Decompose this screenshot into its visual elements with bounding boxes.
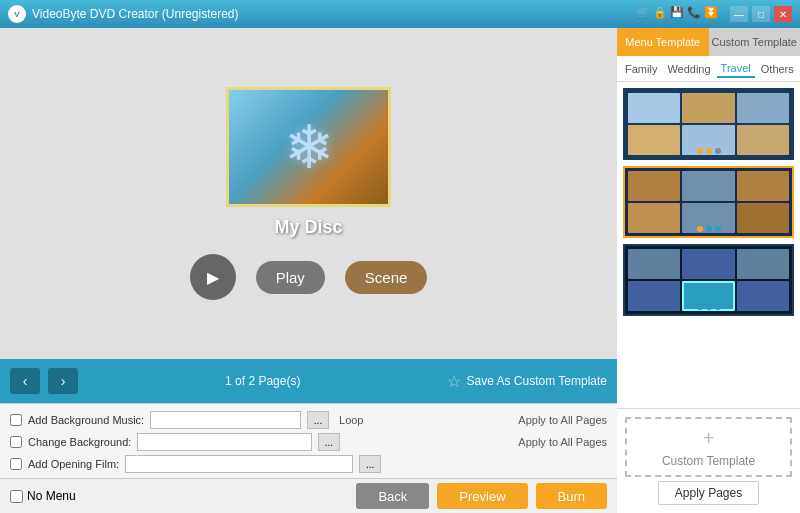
bg-music-label: Add Background Music: [28, 414, 144, 426]
apply-pages-button[interactable]: Apply Pages [658, 481, 759, 505]
dot3 [715, 148, 721, 154]
dot1 [697, 226, 703, 232]
custom-template-label: Custom Template [662, 454, 755, 468]
save-label: Save As Custom Template [466, 374, 607, 388]
custom-template-section: + Custom Template Apply Pages [617, 408, 800, 513]
left-panel: ❄ My Disc ▶ Play Scene ‹ › 1 of 2 Page(s… [0, 28, 617, 513]
template-item-2[interactable] [623, 166, 794, 238]
bg-change-checkbox[interactable] [10, 436, 22, 448]
no-menu-label: No Menu [27, 489, 76, 503]
next-page-button[interactable]: › [48, 368, 78, 394]
scene-button[interactable]: Scene [345, 261, 428, 294]
no-menu-checkbox[interactable] [10, 490, 23, 503]
tmpl2-dots [697, 226, 721, 232]
opening-film-input[interactable] [125, 455, 353, 473]
no-menu-container: No Menu [10, 489, 76, 503]
dot1 [697, 304, 703, 310]
custom-template-button[interactable]: + Custom Template [625, 417, 792, 477]
titlebar: V VideoByte DVD Creator (Unregistered) 🛒… [0, 0, 800, 28]
menu-template-tab[interactable]: Menu Template [617, 28, 709, 56]
bg-music-input[interactable] [150, 411, 301, 429]
dot2 [706, 226, 712, 232]
bg-music-checkbox[interactable] [10, 414, 22, 426]
opening-film-checkbox[interactable] [10, 458, 22, 470]
tmpl2-cell4 [628, 203, 680, 233]
back-button[interactable]: Back [356, 483, 429, 509]
disc-thumbnail: ❄ [226, 87, 391, 207]
close-button[interactable]: ✕ [774, 6, 792, 22]
tmpl2-cell1 [628, 171, 680, 201]
tmpl1-cell6 [737, 125, 789, 155]
play-label-button[interactable]: Play [256, 261, 325, 294]
opening-film-label: Add Opening Film: [28, 458, 119, 470]
bg-change-row: Change Background: ... Apply to All Page… [10, 431, 607, 453]
right-panel: Menu Template Custom Template Family Wed… [617, 28, 800, 513]
bg-change-input[interactable] [137, 433, 311, 451]
star-icon: ☆ [447, 372, 461, 391]
snowflake-icon: ❄ [284, 112, 334, 182]
tmpl3-cell3 [737, 249, 789, 279]
tmpl3-cell6 [737, 281, 789, 311]
preview-canvas: ❄ My Disc ▶ Play Scene [0, 28, 617, 359]
save-custom-template-button[interactable]: ☆ Save As Custom Template [447, 372, 607, 391]
maximize-button[interactable]: □ [752, 6, 770, 22]
bg-change-apply-label: Apply to All Pages [518, 436, 607, 448]
opening-film-browse-button[interactable]: ... [359, 455, 381, 473]
preview-button[interactable]: Preview [437, 483, 527, 509]
template-item-1[interactable] [623, 88, 794, 160]
bottom-controls: Add Background Music: ... Loop Apply to … [0, 403, 617, 478]
bg-music-apply-label: Apply to All Pages [518, 414, 607, 426]
template-item-3[interactable] [623, 244, 794, 316]
action-bar: No Menu Back Preview Burn [0, 478, 617, 513]
template-list [617, 82, 800, 408]
dot3 [715, 304, 721, 310]
tmpl2-cell6 [737, 203, 789, 233]
page-indicator: 1 of 2 Page(s) [86, 374, 439, 388]
template-type-tabs: Menu Template Custom Template [617, 28, 800, 56]
dot2 [706, 304, 712, 310]
tmpl3-dots [697, 304, 721, 310]
window-controls: 🛒 🔒 💾 📞 ⏬ — □ ✕ [636, 6, 792, 22]
prev-page-button[interactable]: ‹ [10, 368, 40, 394]
disc-title: My Disc [274, 217, 342, 238]
bg-change-label: Change Background: [28, 436, 131, 448]
tmpl1-cell4 [628, 125, 680, 155]
dot1 [697, 148, 703, 154]
app-logo: V [8, 5, 26, 23]
dot2 [706, 148, 712, 154]
tmpl1-cell1 [628, 93, 680, 123]
plus-icon: + [703, 427, 715, 450]
tmpl3-cell4 [628, 281, 680, 311]
category-others[interactable]: Others [757, 61, 798, 77]
playback-controls: ▶ Play Scene [190, 254, 428, 300]
category-tabs: Family Wedding Travel Others ► [617, 56, 800, 82]
tmpl2-cell3 [737, 171, 789, 201]
play-button[interactable]: ▶ [190, 254, 236, 300]
loop-label: Loop [339, 414, 363, 426]
tmpl1-dots [697, 148, 721, 154]
minimize-button[interactable]: — [730, 6, 748, 22]
tmpl3-cell2 [682, 249, 734, 279]
bg-music-browse-button[interactable]: ... [307, 411, 329, 429]
category-wedding[interactable]: Wedding [663, 61, 714, 77]
app-title: VideoByte DVD Creator (Unregistered) [32, 7, 636, 21]
tmpl1-cell2 [682, 93, 734, 123]
bg-music-row: Add Background Music: ... Loop Apply to … [10, 409, 607, 431]
main-area: ❄ My Disc ▶ Play Scene ‹ › 1 of 2 Page(s… [0, 28, 800, 513]
burn-button[interactable]: Burn [536, 483, 607, 509]
bg-change-browse-button[interactable]: ... [318, 433, 340, 451]
category-travel[interactable]: Travel [717, 60, 755, 78]
preview-nav-bar: ‹ › 1 of 2 Page(s) ☆ Save As Custom Temp… [0, 359, 617, 403]
custom-template-tab[interactable]: Custom Template [709, 28, 801, 56]
tmpl3-cell1 [628, 249, 680, 279]
tmpl2-cell2 [682, 171, 734, 201]
category-family[interactable]: Family [621, 61, 661, 77]
tmpl1-cell3 [737, 93, 789, 123]
opening-film-row: Add Opening Film: ... [10, 453, 607, 475]
dot3 [715, 226, 721, 232]
